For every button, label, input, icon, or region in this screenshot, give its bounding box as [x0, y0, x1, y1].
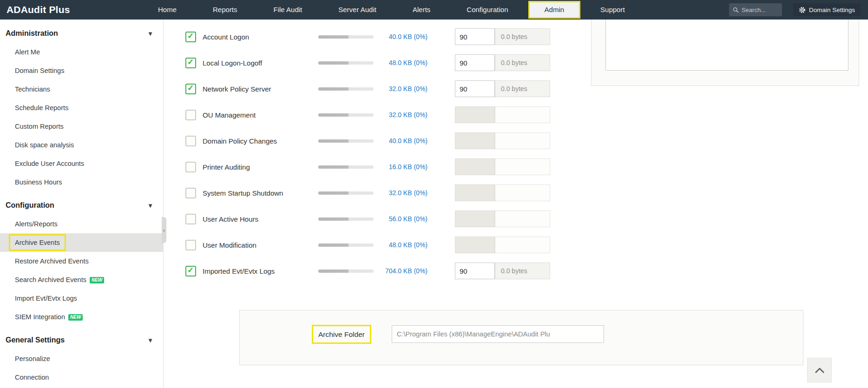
retention-days-input — [455, 237, 495, 253]
nav-server-audit[interactable]: Server Audit — [323, 0, 391, 20]
archive-events-table: ✓ Account Logon 40.0 KB (0%) 0.0 bytes ✓… — [185, 24, 550, 284]
row-label: OU Management — [203, 111, 318, 119]
row-label: Imported Evt/Evtx Logs — [203, 267, 318, 275]
retention-days-input — [455, 184, 495, 201]
chevron-down-icon: ▾ — [149, 198, 152, 213]
sidebar-item-business-hours[interactable]: Business Hours — [0, 173, 163, 191]
nav-file-audit[interactable]: File Audit — [259, 0, 317, 20]
check-icon: ✓ — [187, 57, 194, 67]
retention-days-input[interactable] — [455, 263, 495, 279]
archived-bytes — [495, 132, 550, 149]
details-textarea[interactable] — [605, 20, 848, 71]
archived-bytes — [495, 184, 550, 201]
sidebar-item-label: Connection — [15, 374, 49, 381]
row-label: Account Logon — [203, 33, 318, 41]
archived-bytes: 0.0 bytes — [495, 263, 550, 279]
retention-days-input[interactable] — [455, 28, 495, 45]
sidebar-section-general-settings[interactable]: General Settings ▾ — [0, 333, 163, 348]
sidebar-item-label: Search Archived Events — [15, 276, 86, 283]
sidebar-item-label: Alert Me — [15, 48, 40, 56]
sidebar-item-exclude-user-accounts[interactable]: Exclude User Accounts — [0, 154, 163, 173]
check-icon: ✓ — [187, 83, 194, 93]
chevron-down-icon: ▾ — [149, 26, 152, 41]
usage-bar — [318, 191, 374, 195]
sidebar-item-disk-space-analysis[interactable]: Disk space analysis — [0, 136, 163, 154]
chevron-down-icon: ▾ — [149, 333, 152, 348]
checkbox[interactable]: ✓ — [185, 240, 196, 250]
archived-bytes — [495, 210, 550, 227]
checkbox[interactable]: ✓ — [185, 214, 196, 224]
size-link[interactable]: 48.0 KB (0%) — [374, 241, 427, 249]
sidebar-collapse-handle[interactable]: ‹ — [162, 217, 166, 243]
retention-days-input[interactable] — [455, 80, 495, 97]
size-link[interactable]: 32.0 KB (0%) — [374, 85, 427, 92]
size-link[interactable]: 32.0 KB (0%) — [374, 111, 427, 118]
usage-bar — [318, 217, 374, 221]
search-input[interactable] — [742, 7, 778, 13]
sidebar-item-domain-settings[interactable]: Domain Settings — [0, 61, 163, 80]
row-label: Network Policy Server — [203, 85, 318, 93]
nav-alerts[interactable]: Alerts — [398, 0, 445, 20]
sidebar-item-alert-me[interactable]: Alert Me — [0, 43, 163, 61]
checkbox[interactable]: ✓ — [185, 58, 196, 68]
sidebar-item-alerts-reports[interactable]: Alerts/Reports — [0, 215, 163, 233]
checkbox[interactable]: ✓ — [185, 266, 196, 276]
size-link[interactable]: 48.0 KB (0%) — [374, 59, 427, 66]
checkbox[interactable]: ✓ — [185, 84, 196, 94]
checkbox[interactable]: ✓ — [185, 110, 196, 120]
sidebar-item-personalize[interactable]: Personalize — [0, 349, 163, 368]
retention-days-input[interactable] — [455, 54, 495, 71]
archived-bytes — [495, 106, 550, 123]
table-row: ✓ User Active Hours 56.0 KB (0%) — [185, 206, 550, 232]
archived-bytes: 0.0 bytes — [495, 28, 550, 45]
nav-configuration[interactable]: Configuration — [452, 0, 523, 20]
sidebar-item-label: Personalize — [15, 355, 50, 362]
sidebar-item-custom-reports[interactable]: Custom Reports — [0, 117, 163, 136]
archived-bytes — [495, 158, 550, 175]
sidebar-item-label: Business Hours — [15, 178, 62, 186]
sidebar-item-search-archived-events[interactable]: Search Archived EventsNEW — [0, 270, 163, 289]
sidebar-item-siem-integration[interactable]: SIEM IntegrationNEW — [0, 308, 163, 326]
archived-bytes: 0.0 bytes — [495, 80, 550, 97]
search-box[interactable] — [729, 3, 782, 16]
sidebar-section-configuration[interactable]: Configuration ▾ — [0, 198, 163, 213]
size-link[interactable]: 40.0 KB (0%) — [374, 33, 427, 40]
nav-home[interactable]: Home — [143, 0, 191, 20]
sidebar-item-label: Exclude User Accounts — [15, 160, 84, 167]
check-icon: ✓ — [187, 31, 194, 41]
app-logo[interactable]: ADAudit Plus — [0, 4, 143, 15]
retention-days-input — [455, 106, 495, 123]
scroll-to-top-button[interactable] — [807, 358, 832, 382]
table-row: ✓ Domain Policy Changes 40.0 KB (0%) — [185, 128, 550, 154]
nav-admin[interactable]: Admin — [530, 2, 579, 17]
retention-days-input — [455, 210, 495, 227]
sidebar-section-administration[interactable]: Administration ▾ — [0, 26, 163, 41]
sidebar-item-connection[interactable]: Connection — [0, 368, 163, 387]
usage-bar — [318, 113, 374, 117]
sidebar-item-import-evt-evtx-logs[interactable]: Import Evt/Evtx Logs — [0, 289, 163, 308]
size-link[interactable]: 32.0 KB (0%) — [374, 189, 427, 197]
size-link[interactable]: 704.0 KB (0%) — [374, 267, 427, 275]
sidebar-item-archive-events[interactable]: Archive Events — [0, 233, 163, 252]
usage-bar — [318, 61, 374, 65]
size-link[interactable]: 40.0 KB (0%) — [374, 137, 427, 145]
sidebar-item-label: Alerts/Reports — [15, 220, 58, 228]
checkbox[interactable]: ✓ — [185, 32, 196, 42]
size-link[interactable]: 56.0 KB (0%) — [374, 215, 427, 223]
search-icon — [733, 7, 739, 13]
checkbox[interactable]: ✓ — [185, 136, 196, 146]
checkbox[interactable]: ✓ — [185, 162, 196, 172]
size-link[interactable]: 16.0 KB (0%) — [374, 163, 427, 171]
domain-settings-button[interactable]: Domain Settings — [793, 3, 861, 16]
nav-reports[interactable]: Reports — [198, 0, 252, 20]
table-row: ✓ Imported Evt/Evtx Logs 704.0 KB (0%) 0… — [185, 258, 550, 284]
row-label: User Active Hours — [203, 215, 318, 223]
sidebar-item-schedule-reports[interactable]: Schedule Reports — [0, 99, 163, 117]
nav-support[interactable]: Support — [585, 0, 640, 20]
usage-bar — [318, 270, 374, 273]
sidebar-item-technicians[interactable]: Technicians — [0, 80, 163, 99]
sidebar: Administration ▾ Alert Me Domain Setting… — [0, 20, 164, 388]
sidebar-item-restore-archived-events[interactable]: Restore Archived Events — [0, 252, 163, 270]
checkbox[interactable]: ✓ — [185, 188, 196, 198]
archive-folder-input[interactable] — [392, 325, 604, 343]
